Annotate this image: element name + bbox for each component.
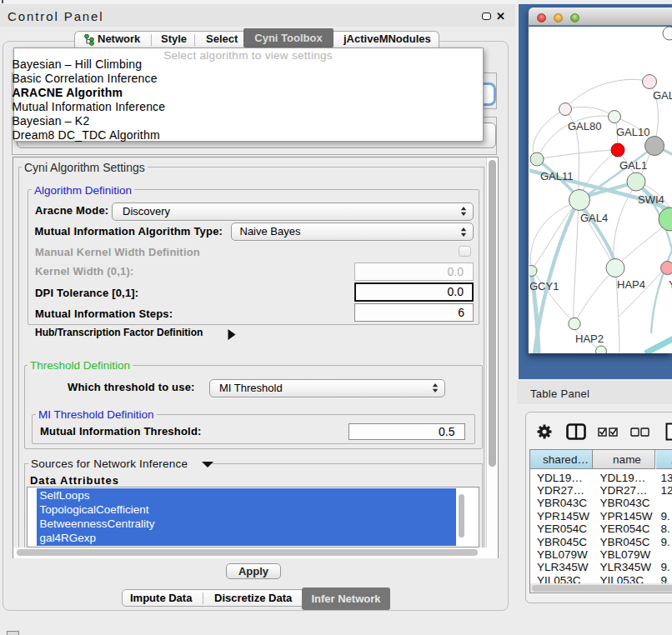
svg-text:GAL4: GAL4 bbox=[580, 212, 608, 224]
svg-text:HAP2: HAP2 bbox=[575, 332, 604, 345]
svg-text:SWI4: SWI4 bbox=[638, 193, 664, 206]
svg-text:GAL1: GAL1 bbox=[619, 159, 647, 172]
svg-text:GAL10: GAL10 bbox=[616, 126, 649, 138]
svg-text:GAL80: GAL80 bbox=[568, 120, 601, 132]
svg-text:GCY1: GCY1 bbox=[529, 280, 559, 292]
svg-text:GAL2: GAL2 bbox=[653, 89, 672, 102]
svg-text:GAL11: GAL11 bbox=[540, 170, 574, 182]
svg-text:YC: YC bbox=[669, 278, 672, 291]
svg-text:HAP4: HAP4 bbox=[617, 278, 645, 291]
